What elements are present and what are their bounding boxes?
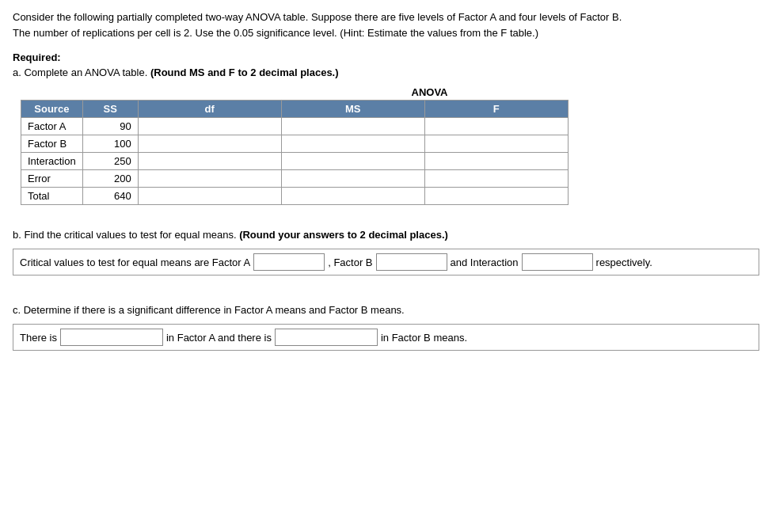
- interaction-label: and Interaction: [451, 256, 519, 268]
- anova-df-input-3[interactable]: [139, 170, 281, 187]
- part-a-bold: (Round MS and F to 2 decimal places.): [150, 66, 339, 78]
- factor-b-conclusion-input[interactable]: [275, 329, 378, 346]
- anova-df-cell-1[interactable]: [138, 135, 281, 153]
- anova-source-1: Factor B: [21, 135, 83, 153]
- anova-df-input-0[interactable]: [139, 118, 281, 135]
- critical-value-a-input[interactable]: [253, 253, 325, 271]
- col-ss: SS: [82, 101, 138, 118]
- anova-ms-input-2[interactable]: [282, 153, 424, 169]
- col-f: F: [424, 101, 568, 118]
- anova-f-cell-4[interactable]: [424, 188, 568, 205]
- anova-source-0: Factor A: [21, 118, 83, 135]
- part-b-text: b. Find the critical values to test for …: [13, 229, 237, 241]
- intro-line1: Consider the following partially complet…: [13, 11, 622, 23]
- critical-value-b-input[interactable]: [376, 253, 447, 271]
- in-factor-b-label: in Factor B means.: [381, 332, 467, 344]
- anova-df-input-2[interactable]: [139, 153, 281, 169]
- intro-paragraph: Consider the following partially complet…: [13, 10, 759, 40]
- in-factor-a-label: in Factor A and there is: [166, 332, 272, 344]
- anova-f-cell-0[interactable]: [424, 118, 568, 135]
- there-is-label: There is: [20, 332, 57, 344]
- conclusion-row: There is in Factor A and there is in Fac…: [13, 324, 759, 351]
- anova-ss-1: 100: [82, 135, 138, 153]
- part-b-bold: (Round your answers to 2 decimal places.…: [239, 229, 448, 241]
- part-b-section: b. Find the critical values to test for …: [13, 229, 759, 276]
- critical-value-interaction-input[interactable]: [522, 253, 593, 271]
- part-a-text: a. Complete an ANOVA table.: [13, 66, 150, 78]
- col-source: Source: [21, 101, 83, 118]
- anova-ss-3: 200: [82, 170, 138, 188]
- anova-ms-input-1[interactable]: [282, 135, 424, 152]
- critical-values-row: Critical values to test for equal means …: [13, 249, 759, 276]
- anova-f-input-2[interactable]: [425, 153, 568, 169]
- anova-source-4: Total: [21, 188, 83, 205]
- anova-ms-input-4[interactable]: [282, 188, 424, 204]
- anova-ss-2: 250: [82, 153, 138, 170]
- anova-f-input-1[interactable]: [425, 135, 568, 152]
- anova-ss-4: 640: [82, 188, 138, 205]
- critical-prefix: Critical values to test for equal means …: [20, 256, 250, 268]
- anova-table: Source SS df MS F Factor A90Factor B100I…: [21, 100, 569, 205]
- part-a-label: a. Complete an ANOVA table. (Round MS an…: [13, 66, 759, 78]
- anova-container: ANOVA Source SS df MS F Factor A90Factor…: [21, 86, 759, 205]
- anova-df-input-4[interactable]: [139, 188, 281, 204]
- anova-df-cell-4[interactable]: [138, 188, 281, 205]
- anova-title: ANOVA: [21, 86, 759, 98]
- anova-f-cell-2[interactable]: [424, 153, 568, 170]
- col-ms: MS: [281, 101, 424, 118]
- anova-source-2: Interaction: [21, 153, 83, 170]
- anova-f-input-3[interactable]: [425, 170, 568, 187]
- anova-f-cell-1[interactable]: [424, 135, 568, 153]
- anova-f-cell-3[interactable]: [424, 170, 568, 188]
- part-c-section: c. Determine if there is a significant d…: [13, 304, 759, 351]
- intro-line2: The number of replications per cell is 2…: [13, 27, 538, 39]
- anova-df-input-1[interactable]: [139, 135, 281, 152]
- anova-ms-cell-1[interactable]: [281, 135, 424, 153]
- factor-b-label: , Factor B: [328, 256, 372, 268]
- col-df: df: [138, 101, 281, 118]
- anova-ms-input-3[interactable]: [282, 170, 424, 187]
- anova-f-input-0[interactable]: [425, 118, 568, 135]
- anova-df-cell-3[interactable]: [138, 170, 281, 188]
- anova-ss-0: 90: [82, 118, 138, 135]
- anova-ms-cell-4[interactable]: [281, 188, 424, 205]
- anova-source-3: Error: [21, 170, 83, 188]
- anova-df-cell-0[interactable]: [138, 118, 281, 135]
- anova-f-input-4[interactable]: [425, 188, 568, 204]
- factor-a-conclusion-input[interactable]: [60, 329, 163, 346]
- anova-ms-cell-2[interactable]: [281, 153, 424, 170]
- required-label: Required:: [13, 51, 759, 63]
- anova-ms-cell-3[interactable]: [281, 170, 424, 188]
- respectively-label: respectively.: [596, 256, 652, 268]
- anova-df-cell-2[interactable]: [138, 153, 281, 170]
- anova-ms-cell-0[interactable]: [281, 118, 424, 135]
- anova-ms-input-0[interactable]: [282, 118, 424, 135]
- part-b-label: b. Find the critical values to test for …: [13, 229, 759, 241]
- part-c-label: c. Determine if there is a significant d…: [13, 304, 759, 316]
